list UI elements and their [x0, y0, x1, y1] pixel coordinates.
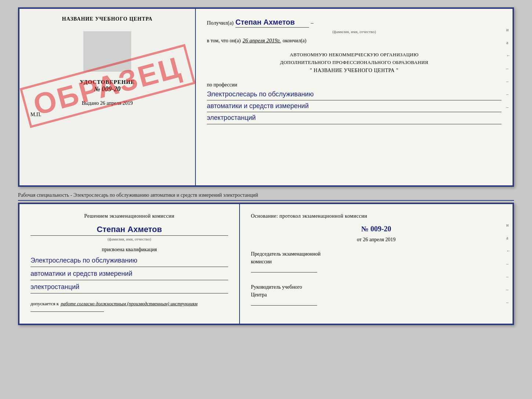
udostoverenie-number: № 009-20 — [80, 85, 135, 93]
chairman-line2: комиссии — [251, 258, 502, 266]
bottom-name: Степан Ахметов — [30, 225, 228, 236]
qual-line3: электростанций — [30, 282, 228, 293]
protocol-number: № 009-20 — [251, 225, 502, 233]
poluchil-row: Получил(а) Степан Ахметов – — [207, 18, 502, 28]
chairman-sign — [251, 272, 317, 272]
side-marks-top: и а ← – – – – — [506, 27, 511, 110]
okonchil-label: окончил(а) — [283, 38, 306, 44]
chairman-block: Председатель экзаменационной комиссии — [251, 250, 502, 274]
rukovoditel-line2: Центра — [251, 291, 502, 299]
po-professii-label: по профессии — [207, 82, 502, 88]
dopuskaetsya-label: допускается к — [30, 301, 59, 307]
fio-subtitle-top: (фамилия, имя, отчество) — [207, 29, 502, 34]
sign-line-bottom-left — [30, 311, 104, 312]
mp-line: М.П. — [30, 112, 42, 118]
rukovoditel-line1: Руководитель учебного — [251, 283, 502, 291]
photo-placeholder — [83, 31, 131, 72]
side-marks-bottom: и а ← – – – – — [506, 222, 511, 305]
rukovoditel-title: Руководитель учебного Центра — [251, 283, 502, 299]
chairman-line1: Председатель экзаменационной — [251, 250, 502, 258]
poluchil-label: Получил(а) — [207, 20, 234, 26]
vydano-date: 26 апреля 2019 — [100, 100, 133, 106]
org-block: АВТОНОМНУЮ НЕКОММЕРЧЕСКУЮ ОРГАНИЗАЦИЮ ДО… — [207, 51, 502, 75]
rukovoditel-sign — [251, 305, 317, 306]
ot-label: от — [357, 237, 362, 242]
org-line3: " НАЗВАНИЕ УЧЕБНОГО ЦЕНТРА " — [207, 67, 502, 75]
vydano-line: Выдано 26 апреля 2019 — [82, 100, 133, 106]
profession-line2: автоматики и средств измерений — [207, 101, 502, 112]
prisvoena-label: присвоена квалификация — [30, 247, 228, 253]
bottom-right-panel: Основание: протокол экзаменационной коми… — [240, 204, 513, 324]
org-line2: ДОПОЛНИТЕЛЬНОГО ПРОФЕССИОНАЛЬНОГО ОБРАЗО… — [207, 59, 502, 67]
middle-text: Рабочая специальность - Электрослесарь п… — [18, 190, 514, 201]
chairman-title: Председатель экзаменационной комиссии — [251, 250, 502, 266]
qual-line1: Электрослесарь по обслуживанию — [30, 256, 228, 267]
qual-line2: автоматики и средств измерений — [30, 269, 228, 280]
profession-line1: Электрослесарь по обслуживанию — [207, 90, 502, 100]
top-right-panel: Получил(а) Степан Ахметов – (фамилия, им… — [196, 9, 513, 185]
dopuskaetsya-val: работе согласно должностным (производств… — [61, 301, 197, 307]
udostoverenie-label: УДОСТОВЕРЕНИЕ — [80, 79, 135, 85]
bottom-left-panel: Решением экзаменационной комиссии Степан… — [19, 204, 240, 324]
dash1: – — [311, 20, 314, 26]
vtom-date: 26 апреля 2019г. — [242, 38, 281, 44]
vtom-label: в том, что он(а) — [207, 38, 241, 44]
org-line1: АВТОНОМНУЮ НЕКОММЕРЧЕСКУЮ ОРГАНИЗАЦИЮ — [207, 51, 502, 59]
osnovanie-title: Основание: протокол экзаменационной коми… — [251, 213, 502, 219]
udostoverenie-block: УДОСТОВЕРЕНИЕ № 009-20 — [80, 79, 135, 93]
vtom-row: в том, что он(а) 26 апреля 2019г. окончи… — [207, 38, 502, 44]
top-left-panel: НАЗВАНИЕ УЧЕБНОГО ЦЕНТРА УДОСТОВЕРЕНИЕ №… — [19, 9, 196, 185]
top-left-title: НАЗВАНИЕ УЧЕБНОГО ЦЕНТРА — [62, 16, 152, 22]
vydano-label: Выдано — [82, 100, 99, 106]
rukovoditel-block: Руководитель учебного Центра — [251, 283, 502, 307]
profession-line3: электростанций — [207, 113, 502, 124]
ot-date-val: 26 апреля 2019 — [363, 237, 396, 242]
dopuskaetsya-row: допускается к работе согласно должностны… — [30, 301, 228, 307]
ot-date: от 26 апреля 2019 — [251, 237, 502, 243]
fio-subtitle-bottom: (фамилия, имя, отчество) — [30, 237, 228, 241]
resheniem-title: Решением экзаменационной комиссии — [30, 213, 228, 219]
poluchil-name: Степан Ахметов — [236, 18, 309, 28]
